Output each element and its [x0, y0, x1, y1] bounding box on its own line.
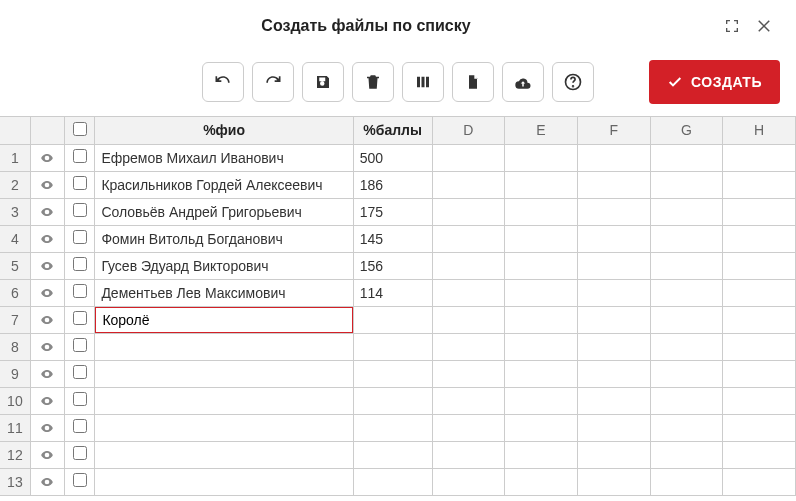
cell-name[interactable] [95, 387, 353, 414]
row-number[interactable]: 13 [0, 468, 30, 495]
cell-empty[interactable] [723, 171, 796, 198]
cell-empty[interactable] [723, 333, 796, 360]
cell-empty[interactable] [650, 333, 723, 360]
visibility-icon[interactable] [38, 367, 56, 381]
cell-empty[interactable] [432, 360, 505, 387]
column-header-name[interactable]: %фио [95, 117, 353, 144]
cell-empty[interactable] [577, 468, 650, 495]
column-header-h[interactable]: H [723, 117, 796, 144]
cell-name[interactable]: Соловьёв Андрей Григорьевич [95, 198, 353, 225]
cell-name[interactable] [95, 360, 353, 387]
cell-empty[interactable] [577, 414, 650, 441]
cell-empty[interactable] [723, 144, 796, 171]
cell-score[interactable] [353, 441, 432, 468]
cell-empty[interactable] [432, 144, 505, 171]
cell-empty[interactable] [432, 441, 505, 468]
cell-empty[interactable] [505, 468, 578, 495]
row-checkbox[interactable] [73, 338, 87, 352]
cell-empty[interactable] [505, 306, 578, 333]
column-header-e[interactable]: E [505, 117, 578, 144]
row-checkbox[interactable] [73, 230, 87, 244]
cell-empty[interactable] [650, 360, 723, 387]
cell-score[interactable] [353, 360, 432, 387]
cell-empty[interactable] [577, 306, 650, 333]
cell-score[interactable]: 114 [353, 279, 432, 306]
cell-empty[interactable] [723, 306, 796, 333]
cell-score[interactable]: 186 [353, 171, 432, 198]
cell-empty[interactable] [650, 306, 723, 333]
visibility-icon[interactable] [38, 205, 56, 219]
cell-score[interactable]: 156 [353, 252, 432, 279]
row-number[interactable]: 9 [0, 360, 30, 387]
cell-empty[interactable] [432, 468, 505, 495]
cell-score[interactable]: 145 [353, 225, 432, 252]
row-number[interactable]: 8 [0, 333, 30, 360]
cell-empty[interactable] [577, 279, 650, 306]
create-button[interactable]: СОЗДАТЬ [649, 60, 780, 104]
row-checkbox[interactable] [73, 176, 87, 190]
visibility-icon[interactable] [38, 178, 56, 192]
cell-empty[interactable] [577, 441, 650, 468]
cell-empty[interactable] [505, 171, 578, 198]
cell-empty[interactable] [723, 414, 796, 441]
cloud-upload-button[interactable] [502, 62, 544, 102]
column-header-g[interactable]: G [650, 117, 723, 144]
cell-empty[interactable] [505, 252, 578, 279]
close-icon[interactable] [748, 10, 780, 42]
cell-name[interactable]: Ефремов Михаил Иванович [95, 144, 353, 171]
cell-empty[interactable] [650, 171, 723, 198]
cell-empty[interactable] [650, 387, 723, 414]
cell-score[interactable] [353, 468, 432, 495]
cell-empty[interactable] [432, 252, 505, 279]
clear-button[interactable] [352, 62, 394, 102]
cell-empty[interactable] [505, 225, 578, 252]
visibility-icon[interactable] [38, 151, 56, 165]
cell-empty[interactable] [432, 198, 505, 225]
cell-empty[interactable] [505, 414, 578, 441]
row-checkbox[interactable] [73, 257, 87, 271]
cell-empty[interactable] [432, 333, 505, 360]
visibility-icon[interactable] [38, 421, 56, 435]
row-number[interactable]: 3 [0, 198, 30, 225]
row-number[interactable]: 12 [0, 441, 30, 468]
cell-empty[interactable] [577, 144, 650, 171]
cell-editor-input[interactable] [95, 306, 353, 333]
cell-empty[interactable] [577, 387, 650, 414]
cell-empty[interactable] [577, 360, 650, 387]
cell-name[interactable] [95, 468, 353, 495]
cell-empty[interactable] [432, 171, 505, 198]
cell-empty[interactable] [505, 441, 578, 468]
visibility-icon[interactable] [38, 313, 56, 327]
cell-empty[interactable] [723, 441, 796, 468]
cell-empty[interactable] [432, 225, 505, 252]
cell-name[interactable] [95, 414, 353, 441]
cell-empty[interactable] [650, 279, 723, 306]
cell-empty[interactable] [577, 225, 650, 252]
select-all-checkbox[interactable] [73, 122, 87, 136]
cell-empty[interactable] [650, 414, 723, 441]
cell-empty[interactable] [723, 468, 796, 495]
undo-button[interactable] [202, 62, 244, 102]
cell-name[interactable] [95, 306, 353, 333]
cell-empty[interactable] [650, 198, 723, 225]
cell-score[interactable]: 500 [353, 144, 432, 171]
cell-name[interactable] [95, 333, 353, 360]
cell-name[interactable] [95, 441, 353, 468]
row-checkbox[interactable] [73, 392, 87, 406]
row-checkbox[interactable] [73, 203, 87, 217]
cell-empty[interactable] [650, 468, 723, 495]
cell-empty[interactable] [723, 387, 796, 414]
visibility-icon[interactable] [38, 475, 56, 489]
column-header-score[interactable]: %баллы [353, 117, 432, 144]
row-number[interactable]: 4 [0, 225, 30, 252]
row-checkbox[interactable] [73, 446, 87, 460]
cell-empty[interactable] [432, 414, 505, 441]
row-number[interactable]: 11 [0, 414, 30, 441]
cell-name[interactable]: Гусев Эдуард Викторович [95, 252, 353, 279]
row-number[interactable]: 1 [0, 144, 30, 171]
row-number[interactable]: 2 [0, 171, 30, 198]
cell-empty[interactable] [505, 333, 578, 360]
column-header-d[interactable]: D [432, 117, 505, 144]
visibility-icon[interactable] [38, 340, 56, 354]
cell-score[interactable]: 175 [353, 198, 432, 225]
